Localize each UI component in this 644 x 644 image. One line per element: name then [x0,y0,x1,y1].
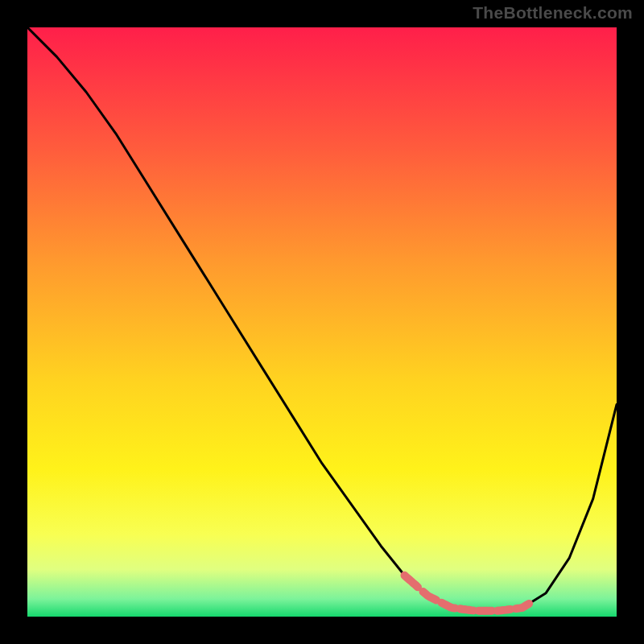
gradient-background [27,27,617,617]
watermark-text: TheBottleneck.com [473,3,633,23]
chart-frame: TheBottleneck.com [0,0,644,644]
plot-area [27,27,617,617]
chart-svg [27,27,617,617]
